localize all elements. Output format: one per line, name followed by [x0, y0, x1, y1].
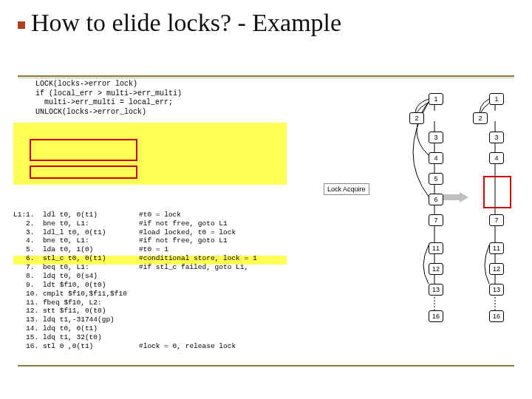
asm-comment: #conditional store, lock = 1 — [139, 254, 519, 263]
cfg-node: 7 — [429, 214, 443, 226]
cfg-node: 6 — [429, 194, 443, 205]
cfg-original: 1 2 3 4 5 6 7 11 12 13 16 — [375, 89, 457, 325]
cfg-node: 3 — [429, 132, 443, 143]
asm-comment — [139, 299, 519, 307]
asm-comment — [139, 272, 519, 281]
asm-op: 15. ldq t1, 32(t0) — [13, 333, 139, 342]
cfg-node: 11 — [429, 242, 443, 254]
asm-comment — [139, 281, 519, 290]
cfg-original-edges — [375, 89, 457, 325]
lock-acquire-label: Lock Acquire — [324, 183, 369, 195]
asm-op: 8. ldq t0, 0(s4) — [13, 272, 139, 281]
title-rule — [18, 75, 514, 77]
slide-title: How to elide locks? - Example — [18, 9, 514, 37]
cfg-node: 16 — [489, 310, 504, 322]
cfg-node: 2 — [473, 112, 488, 124]
cfg-node: 16 — [429, 310, 443, 322]
title-rule-shadow — [18, 78, 514, 78]
bottom-rule — [18, 365, 514, 366]
asm-comment — [139, 324, 519, 333]
asm-op: 10. cmplt $f10,$f11,$f10 — [13, 290, 139, 299]
asm-comment: #lock = 0, release lock — [139, 342, 519, 351]
title-text: How to elide locks? - Example — [31, 9, 341, 36]
asm-comment: #t0 = 1 — [139, 245, 519, 254]
red-box-load-locked — [30, 139, 137, 161]
asm-op: 7. beq t0, L1: — [13, 263, 139, 272]
cfg-node: 1 — [429, 93, 443, 105]
asm-line: 14. ldq t0, 0(t1) — [13, 324, 519, 333]
asm-line: 16. stl 0 ,0(t1)#lock = 0, release lock — [13, 342, 519, 351]
highlight-lock-acquire — [13, 123, 287, 185]
asm-op: 9. ldt $f10, 0(t0) — [13, 281, 139, 290]
asm-comment — [139, 333, 519, 342]
arrow-icon — [443, 192, 468, 202]
asm-op: 6. stl_c t0, 0(t1) — [13, 254, 139, 263]
asm-comment: #if not free, goto L1 — [139, 236, 519, 245]
red-box-elided-nodes — [483, 176, 511, 208]
title-bullet-icon — [18, 21, 25, 29]
cfg-node: 2 — [409, 112, 424, 124]
asm-op: 13. ldq t1,-31744(gp) — [13, 316, 139, 324]
asm-op: 4. bne t0, L1: — [13, 236, 139, 245]
svg-marker-0 — [443, 192, 468, 202]
red-box-stl-c — [30, 166, 137, 179]
asm-comment: #load locked, t0 = lock — [139, 228, 519, 237]
asm-comment — [139, 290, 519, 299]
asm-comment — [139, 316, 519, 324]
asm-op: 11. fbeq $f10, L2: — [13, 299, 139, 307]
asm-op: 16. stl 0 ,0(t1) — [13, 342, 139, 351]
slide: How to elide locks? - Example LOCK(locks… — [0, 0, 532, 399]
cfg-node: 4 — [489, 152, 504, 164]
cfg-node: 12 — [429, 263, 443, 275]
cfg-node: 1 — [489, 93, 504, 105]
cfg-node: 5 — [429, 173, 443, 185]
cfg-node: 4 — [429, 152, 443, 164]
cfg-node: 12 — [489, 263, 504, 275]
asm-line: 15. ldq t1, 32(t0) — [13, 333, 519, 342]
asm-comment: #t0 = lock — [139, 211, 519, 219]
title-area: How to elide locks? - Example — [18, 9, 514, 78]
asm-op: 3. ldl_l t0, 0(t1) — [13, 228, 139, 237]
asm-comment: #if not free, goto L1 — [139, 219, 519, 228]
asm-op: L1:1. ldl t0, 0(t1) — [13, 211, 139, 219]
cfg-node: 3 — [489, 132, 504, 143]
asm-op: 5. lda t0, 1(0) — [13, 245, 139, 254]
asm-op: 2. bne t0, L1: — [13, 219, 139, 228]
cfg-node: 13 — [489, 284, 504, 296]
cfg-elided: 1 2 3 4 7 11 12 13 16 — [466, 89, 517, 325]
asm-op: 12. stt $f11, 0(t0) — [13, 307, 139, 316]
cfg-node: 13 — [429, 284, 443, 296]
cfg-node: 11 — [489, 242, 504, 254]
asm-comment: #if stl_c failed, goto L1, — [139, 263, 519, 272]
asm-op: 14. ldq t0, 0(t1) — [13, 324, 139, 333]
cfg-node: 7 — [489, 214, 504, 226]
asm-comment — [139, 307, 519, 316]
